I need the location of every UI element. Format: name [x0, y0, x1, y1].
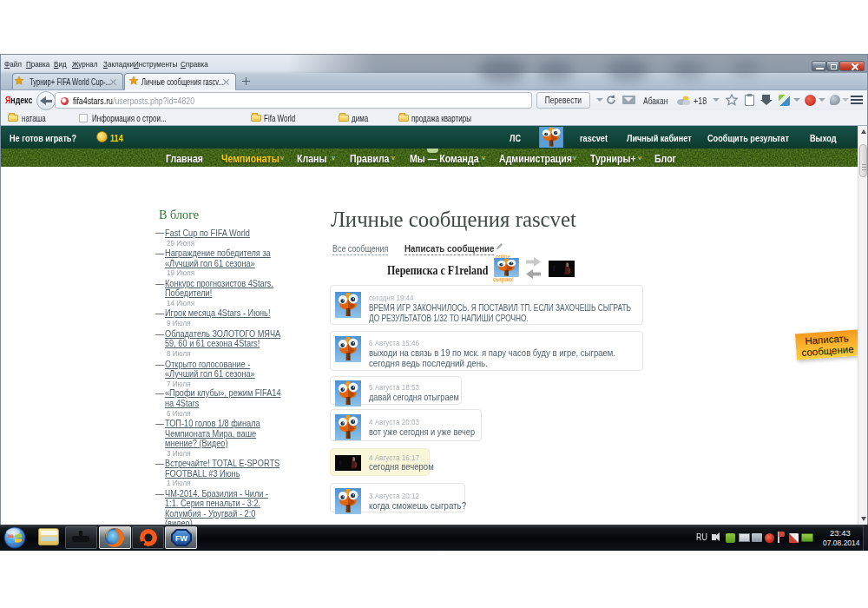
- svg-text:FW: FW: [175, 534, 187, 543]
